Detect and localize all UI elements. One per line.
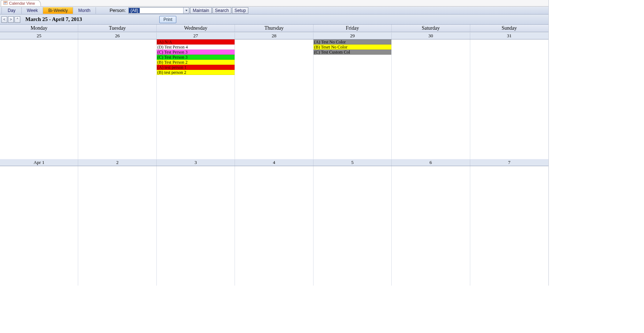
day-cell[interactable] <box>0 166 78 286</box>
day-cell[interactable] <box>235 166 313 286</box>
day-cell[interactable]: (A) Test No Color(B) Teset No Color(C) T… <box>313 39 392 159</box>
chevron-up-icon: ^ <box>17 17 18 21</box>
chevron-down-icon[interactable] <box>183 8 189 13</box>
form-icon <box>3 1 8 6</box>
date-cell[interactable]: 3 <box>157 159 235 166</box>
event-bar[interactable]: (A) N/A <box>157 39 235 45</box>
view-btn-month[interactable]: Month <box>73 7 96 14</box>
event-bar[interactable]: (A) Test No Color <box>313 39 391 45</box>
date-cell[interactable]: 4 <box>235 159 313 166</box>
week1-dates-row: 25262728293031 <box>0 32 548 39</box>
week1-days-row: (A) N/A(D) Test Person 4(C) Test Person … <box>0 39 548 159</box>
weekday-cell: Thursday <box>235 25 313 32</box>
date-cell[interactable]: Apr 1 <box>0 159 78 166</box>
view-btn-week[interactable]: Week <box>22 7 43 14</box>
search-button[interactable]: Search <box>212 7 231 14</box>
day-cell[interactable] <box>313 166 392 286</box>
weekday-cell: Tuesday <box>78 25 156 32</box>
chevron-right-icon: > <box>10 17 12 21</box>
day-cell[interactable] <box>0 39 78 159</box>
up-button[interactable]: ^ <box>14 16 20 23</box>
weekday-cell: Monday <box>0 25 78 32</box>
week2-days-row <box>0 166 548 286</box>
event-bar[interactable]: (A) test person 1 <box>157 65 235 70</box>
day-cell[interactable] <box>392 166 470 286</box>
document-tab-label: Calendar View <box>9 1 35 5</box>
day-cell[interactable]: (A) N/A(D) Test Person 4(C) Test Person … <box>157 39 235 159</box>
weekday-cell: Friday <box>313 25 392 32</box>
view-btn-day[interactable]: Day <box>1 7 22 14</box>
day-cell[interactable] <box>392 39 470 159</box>
weekday-header-row: MondayTuesdayWednesdayThursdayFridaySatu… <box>0 25 548 32</box>
date-cell[interactable]: 27 <box>157 33 235 39</box>
date-cell[interactable]: 7 <box>470 159 548 166</box>
date-cell[interactable]: 28 <box>235 33 313 39</box>
date-cell[interactable]: 29 <box>313 33 392 39</box>
event-bar[interactable]: (C) Test Person 3 <box>157 55 235 60</box>
chevron-left-icon: < <box>3 17 5 21</box>
view-buttons: DayWeekBi-WeeklyMonth <box>1 7 96 14</box>
maintain-button[interactable]: Maintain <box>190 7 211 14</box>
day-cell[interactable] <box>78 166 156 286</box>
svg-rect-2 <box>4 3 7 3</box>
date-cell[interactable]: 6 <box>392 159 470 166</box>
day-cell[interactable] <box>235 39 313 159</box>
svg-rect-1 <box>4 2 7 3</box>
document-tabbar: Calendar View <box>0 0 548 7</box>
person-label: Person: <box>108 8 129 13</box>
day-cell[interactable] <box>157 166 235 286</box>
date-cell[interactable]: 30 <box>392 33 470 39</box>
svg-rect-4 <box>4 4 6 4</box>
weekday-cell: Wednesday <box>157 25 235 32</box>
weekday-cell: Saturday <box>392 25 470 32</box>
svg-rect-3 <box>4 3 7 3</box>
week2-dates-row: Apr 1234567 <box>0 159 548 166</box>
person-select-value: (All) <box>129 8 140 13</box>
print-button[interactable]: Print <box>159 16 176 23</box>
person-select[interactable]: (All) <box>129 7 189 14</box>
document-tab-calendar[interactable]: Calendar View <box>1 0 41 6</box>
event-bar[interactable]: (B) test person 2 <box>157 70 235 75</box>
prev-button[interactable]: < <box>1 16 7 23</box>
nav-bar: < > ^ March 25 - April 7, 2013 Print <box>0 14 548 25</box>
view-toolbar: DayWeekBi-WeeklyMonth Person: (All) Main… <box>0 7 548 14</box>
event-bar[interactable]: (C) Test Custom Col <box>313 50 391 55</box>
date-cell[interactable]: 2 <box>78 159 156 166</box>
view-btn-bi-weekly[interactable]: Bi-Weekly <box>43 7 73 14</box>
event-bar[interactable]: (B) Test Person 2 <box>157 60 235 65</box>
weekday-cell: Sunday <box>470 25 548 32</box>
date-range-label: March 25 - April 7, 2013 <box>22 16 82 22</box>
date-cell[interactable]: 26 <box>78 33 156 39</box>
event-bar[interactable]: (D) Test Person 4 <box>157 45 235 50</box>
next-button[interactable]: > <box>8 16 14 23</box>
date-cell[interactable]: 31 <box>470 33 548 39</box>
day-cell[interactable] <box>470 39 548 159</box>
date-cell[interactable]: 25 <box>0 33 78 39</box>
day-cell[interactable] <box>470 166 548 286</box>
event-bar[interactable]: (B) Teset No Color <box>313 45 391 50</box>
event-bar[interactable]: (C) Test Person 3 <box>157 50 235 55</box>
setup-button[interactable]: Setup <box>232 7 248 14</box>
day-cell[interactable] <box>78 39 156 159</box>
date-cell[interactable]: 5 <box>313 159 392 166</box>
